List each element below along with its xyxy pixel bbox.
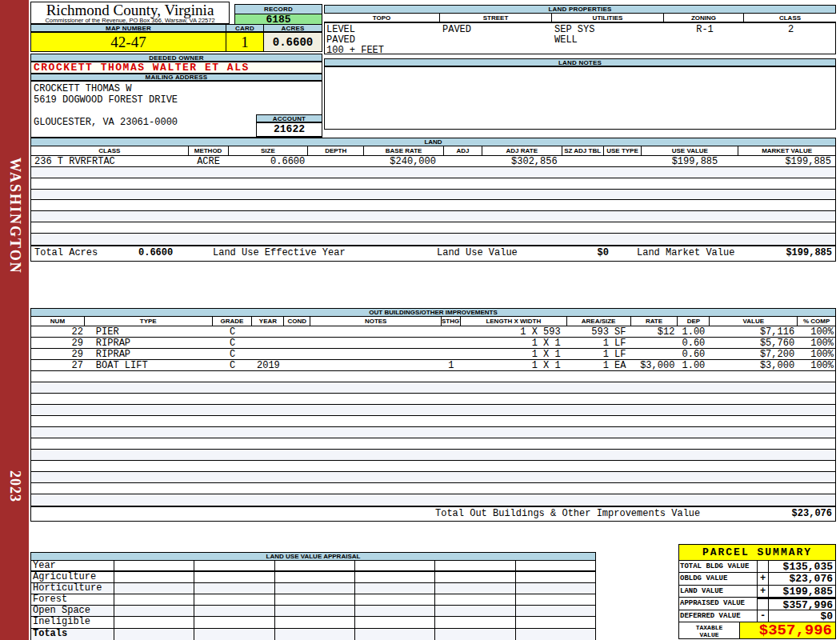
land-properties-header-row: TOPOSTREETUTILITIESZONINGCLASS xyxy=(324,14,836,22)
ob-col-header: TYPE xyxy=(85,317,213,326)
land-cell-method: ACRE xyxy=(189,156,229,166)
land-cell-market_value: $199,885 xyxy=(738,156,835,166)
ob-cell-num: 29 xyxy=(31,338,85,348)
parcel-summary-title: PARCEL SUMMARY xyxy=(679,545,835,561)
appraisal-cell xyxy=(275,617,355,627)
appraisal-cell xyxy=(516,583,595,594)
land-use-appraisal-table: LAND USE VALUE APPRAISAL YearAgriculture… xyxy=(30,552,596,640)
out-buildings-table: OUT BUILDINGS/OTHER IMPROVEMENTS NUMTYPE… xyxy=(30,308,836,522)
land-cell-adj xyxy=(444,156,482,166)
ob-cell-cond xyxy=(284,338,310,348)
appraisal-cell xyxy=(114,572,194,582)
ob-cell-year xyxy=(252,338,284,348)
appraisal-cell xyxy=(275,629,355,640)
ob-cell-cond xyxy=(284,360,310,370)
appraisal-row: Horticulture xyxy=(31,583,595,594)
deeded-owner-label: DEEDED OWNER xyxy=(30,54,322,62)
appraisal-row: Agriculture xyxy=(31,572,595,583)
land-col-header: METHOD xyxy=(189,146,229,156)
lp-col-header-zoning: ZONING xyxy=(664,14,744,22)
lp-value-line: WELL xyxy=(554,35,663,46)
appraisal-row-label: Totals xyxy=(31,629,114,640)
lp-value-line: PAVED xyxy=(442,25,551,35)
parcel-summary-op: + xyxy=(758,586,769,597)
county-title: Richmond County, Virginia xyxy=(31,2,229,18)
commissioner-line: Commissioner of the Revenue, PO Box 366,… xyxy=(31,18,229,24)
land-market-value-label: Land Market Value xyxy=(637,246,734,259)
land-market-value: $199,885 xyxy=(786,246,832,259)
ob-col-header: % COMP xyxy=(798,317,835,326)
land-cell-sz_adj_tbl xyxy=(562,156,604,166)
appraisal-row-label: Horticulture xyxy=(31,583,114,594)
ob-col-header: GRADE xyxy=(213,317,253,326)
appraisal-cell xyxy=(435,583,515,594)
appraisal-cell xyxy=(355,606,435,616)
total-acres-value: 0.6600 xyxy=(138,246,173,259)
land-cell-adj_rate: $302,856 xyxy=(482,156,562,166)
parcel-summary-row: TOTAL BLDG VALUE$135,035 xyxy=(679,561,835,573)
mailing-address-label: MAILING ADDRESS xyxy=(30,74,322,81)
appraisal-cell xyxy=(194,617,274,627)
appraisal-row-label: Agriculture xyxy=(31,572,114,582)
land-empty-row xyxy=(31,222,835,234)
out-buildings-total-row: Total Out Buildings & Other Improvements… xyxy=(31,506,835,521)
appraisal-cell xyxy=(114,617,194,627)
ob-cell-year: 2019 xyxy=(252,360,284,370)
ob-cell-area: 1 EA xyxy=(567,360,631,370)
land-notes-box xyxy=(324,66,836,130)
ob-cell-notes xyxy=(310,349,442,359)
parcel-summary-row: APPRAISED VALUE$357,996 xyxy=(679,598,835,610)
land-col-header: ADJ xyxy=(444,146,482,156)
ob-cell-sthgt xyxy=(442,349,461,359)
ob-cell-lxw: 1 X 593 xyxy=(461,326,567,337)
ob-col-header: YEAR xyxy=(252,317,284,326)
spine-year-label: 2023 xyxy=(0,458,29,515)
appraisal-cell xyxy=(275,572,355,582)
land-header-row: CLASSMETHODSIZEDEPTHBASE RATEADJADJ RATE… xyxy=(31,146,835,156)
appraisal-cell xyxy=(435,594,515,605)
ob-cell-comp: 100% xyxy=(798,360,835,370)
ob-empty-row xyxy=(31,427,835,438)
ob-data-row: 29RIPRAPC1 X 11 LF0.60$5,760100% xyxy=(31,338,835,349)
appraisal-row-label: Year xyxy=(31,561,114,570)
land-use-value: $0 xyxy=(559,246,609,259)
total-acres-label: Total Acres xyxy=(34,246,98,259)
appraisal-row-label: Open Space xyxy=(31,606,114,616)
ob-empty-row xyxy=(31,416,835,427)
ob-cell-num: 27 xyxy=(31,360,85,370)
ob-cell-notes xyxy=(310,338,442,348)
lp-col-header-utilities: UTILITIES xyxy=(552,14,664,22)
appraisal-cell xyxy=(114,629,194,640)
ob-cell-lxw: 1 X 1 xyxy=(461,338,567,348)
ob-cell-dep: 0.60 xyxy=(678,338,710,348)
parcel-summary-label: LAND VALUE xyxy=(679,586,758,597)
ob-cell-area: 593 SF xyxy=(567,326,631,337)
parcel-summary-label: TOTAL BLDG VALUE xyxy=(679,561,758,572)
appraisal-cell xyxy=(516,594,595,605)
appraisal-cell xyxy=(516,629,595,640)
account-value: 21622 xyxy=(256,122,322,137)
land-empty-row xyxy=(31,234,835,245)
land-use-value-label: Land Use Value xyxy=(437,246,518,259)
ob-cell-rate xyxy=(631,349,678,359)
land-cell-class: 236 T RVRFRTAC xyxy=(31,156,189,166)
land-col-header: SIZE xyxy=(229,146,309,156)
ob-data-row: 22PIERC1 X 593593 SF$121.00$7,116100% xyxy=(31,326,835,338)
taxable-value-row: TAXABLEVALUE $357,996 xyxy=(679,622,835,638)
parcel-summary-value: $357,996 xyxy=(769,598,835,609)
ob-cell-value: $5,760 xyxy=(710,338,798,348)
appraisal-cell xyxy=(194,583,274,594)
parcel-summary-label: APPRAISED VALUE xyxy=(679,598,758,609)
ob-cell-rate: $12 xyxy=(631,326,678,337)
ob-cell-dep: 0.60 xyxy=(678,349,710,359)
ob-cell-cond xyxy=(284,349,310,359)
appraisal-cell xyxy=(114,606,194,616)
land-properties-title: LAND PROPERTIES xyxy=(324,5,836,14)
land-data-row: 236 T RVRFRTACACRE0.6600$240,000$302,856… xyxy=(31,156,835,167)
land-use-appraisal-title: LAND USE VALUE APPRAISAL xyxy=(31,553,595,561)
ob-empty-row xyxy=(31,371,835,382)
appraisal-row: Totals xyxy=(31,629,595,640)
ob-cell-year xyxy=(252,349,284,359)
ob-cell-type: RIPRAP xyxy=(85,338,213,348)
ob-empty-row xyxy=(31,438,835,450)
